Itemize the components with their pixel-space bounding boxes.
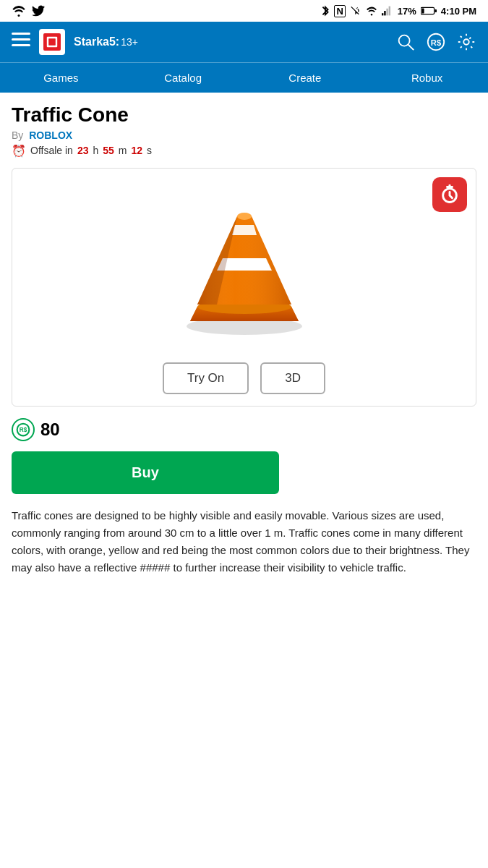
mute-icon	[350, 5, 361, 17]
svg-rect-8	[12, 38, 30, 41]
buy-button[interactable]: Buy	[12, 451, 279, 494]
svg-point-13	[399, 35, 410, 46]
battery-icon	[421, 7, 437, 15]
three-d-button[interactable]: 3D	[260, 362, 325, 394]
tab-create[interactable]: Create	[244, 63, 367, 93]
signal-icon	[382, 6, 393, 16]
svg-point-27	[237, 213, 252, 220]
price-amount: 80	[40, 420, 60, 440]
svg-point-17	[463, 39, 468, 44]
username-display: Starka5:13+	[74, 35, 387, 48]
item-image-card: Try On 3D	[12, 168, 476, 407]
settings-icon[interactable]	[456, 32, 476, 52]
item-description: Traffic cones are designed to be highly …	[12, 507, 476, 576]
page-content: Traffic Cone By ROBLOX ⏰ Offsale in 23 h…	[0, 93, 488, 588]
svg-rect-1	[384, 11, 385, 15]
tab-robux[interactable]: Robux	[366, 63, 488, 93]
navigation-tabs: Games Catalog Create Robux	[0, 62, 488, 93]
robux-price-icon: R$	[12, 418, 35, 441]
price-row: R$ 80	[12, 418, 476, 441]
tab-catalog[interactable]: Catalog	[122, 63, 244, 93]
svg-rect-6	[421, 9, 424, 14]
robux-icon[interactable]: R$	[426, 32, 446, 52]
item-title: Traffic Cone	[12, 104, 476, 127]
svg-rect-9	[12, 44, 30, 46]
hamburger-menu[interactable]	[12, 33, 30, 51]
item-action-buttons: Try On 3D	[24, 362, 464, 394]
nfc-icon: N	[334, 5, 345, 17]
traffic-cone-image	[165, 195, 324, 339]
svg-line-14	[408, 45, 414, 50]
timer-badge-icon	[440, 184, 460, 205]
svg-rect-2	[386, 9, 388, 16]
tab-games[interactable]: Games	[0, 63, 122, 93]
time-display: 4:10 PM	[441, 6, 476, 17]
item-creator-row: By ROBLOX	[12, 129, 476, 141]
clock-icon: ⏰	[12, 144, 26, 158]
wifi-status-icon	[366, 6, 377, 16]
svg-rect-0	[382, 13, 383, 15]
status-left	[12, 5, 45, 17]
svg-rect-5	[435, 9, 437, 12]
svg-text:R$: R$	[431, 38, 442, 47]
svg-text:R$: R$	[20, 426, 27, 433]
status-right: N 17% 4:10 PM	[321, 4, 476, 17]
twitter-icon	[32, 5, 45, 17]
top-navigation: Starka5:13+ R$	[0, 22, 488, 62]
roblox-logo[interactable]	[39, 29, 65, 55]
svg-rect-7	[12, 33, 30, 35]
offsale-timer-row: ⏰ Offsale in 23 h 55 m 12 s	[12, 144, 476, 158]
creator-link[interactable]: ROBLOX	[29, 129, 72, 141]
try-on-button[interactable]: Try On	[163, 362, 249, 394]
bluetooth-icon	[321, 4, 330, 17]
status-bar: N 17% 4:10 PM	[0, 0, 488, 22]
svg-marker-26	[232, 225, 257, 235]
svg-rect-12	[48, 38, 56, 46]
timer-badge	[432, 177, 467, 212]
battery-percent: 17%	[398, 6, 416, 17]
nav-icon-group: R$	[395, 32, 476, 52]
svg-rect-3	[388, 7, 390, 16]
wifi-icon	[12, 5, 26, 17]
search-icon[interactable]	[395, 32, 416, 52]
item-image-area	[24, 180, 464, 357]
